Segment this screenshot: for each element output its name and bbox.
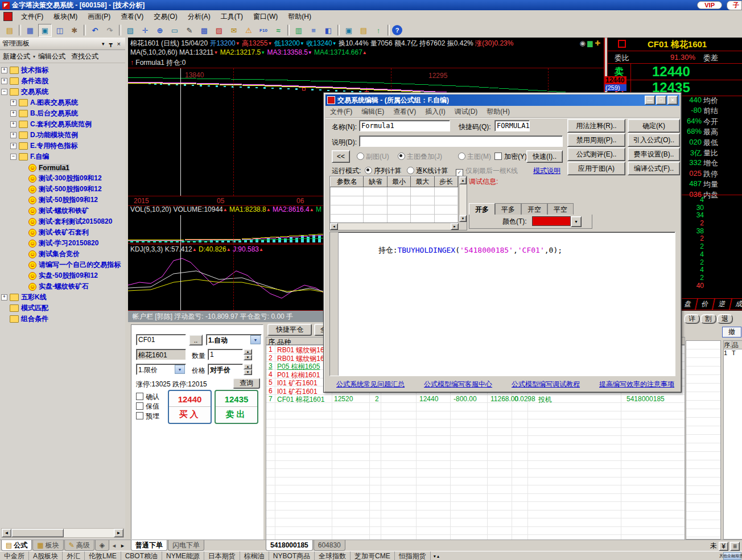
tree-item[interactable]: ☺ 测试-50股指09和12: [1, 195, 124, 205]
tree-expander-icon[interactable]: [10, 132, 17, 138]
close-panel-icon[interactable]: [618, 40, 626, 48]
param-header[interactable]: 最小: [387, 177, 410, 187]
tree-item[interactable]: ☺ 测试集合竞价: [1, 249, 124, 260]
tree-item[interactable]: ☺ 实盘-50股指09和12: [1, 270, 124, 281]
tree-item[interactable]: ☺ 测试-学习20150820: [1, 238, 124, 249]
query-button[interactable]: 查询: [233, 378, 260, 389]
tree-expander-icon[interactable]: [1, 294, 7, 300]
browse-button[interactable]: ..: [189, 335, 203, 345]
folder-icon[interactable]: ▤: [357, 24, 370, 37]
confirm-checkbox[interactable]: 确认: [136, 392, 159, 402]
chevron-down-icon[interactable]: ▼: [250, 335, 261, 344]
edit-formula-icon[interactable]: ✎: [183, 24, 196, 37]
split-button[interactable]: 割: [700, 314, 716, 324]
send-icon[interactable]: ✉: [227, 24, 241, 37]
market-tab[interactable]: 外汇: [63, 551, 85, 560]
price-input[interactable]: 对手价: [208, 364, 243, 375]
minimize-icon[interactable]: —: [645, 96, 655, 105]
menu-item[interactable]: 查看(V): [116, 10, 149, 23]
market-tab[interactable]: 棕榈油: [240, 551, 269, 560]
param-header[interactable]: 参数名: [331, 177, 364, 187]
tools-icon[interactable]: ✱: [68, 24, 81, 37]
tree-item[interactable]: ☺ D.功能模块范例: [1, 130, 124, 141]
tree-item[interactable]: ☺ 测试-500股指09和12: [1, 184, 124, 195]
menu-item[interactable]: 文件(F): [16, 10, 48, 23]
scroll-right-icon[interactable]: ►: [114, 529, 123, 537]
find-formula-button[interactable]: 查找公式: [68, 51, 101, 63]
tree-item[interactable]: ☺ 五彩K线: [1, 292, 124, 303]
trend-icon[interactable]: ▨: [212, 24, 226, 37]
account-tab[interactable]: 604830: [314, 540, 345, 551]
undo-icon[interactable]: ↶: [88, 24, 102, 37]
sidebar-bottom-tab[interactable]: ✎高级: [64, 540, 94, 551]
mainchart-radio[interactable]: 主图(M): [458, 152, 491, 162]
help-link[interactable]: 提高编写效率的注意事项: [599, 380, 674, 389]
market-scroll-icons[interactable]: ▾ ▴: [431, 554, 442, 559]
preset-checkbox[interactable]: 预埋: [136, 411, 159, 421]
sidebar-h-scrollbar[interactable]: ◄ ►: [1, 528, 124, 538]
gift-icon[interactable]: ▆: [587, 39, 592, 47]
menu-item[interactable]: 帮助(H): [283, 10, 316, 23]
market-tab[interactable]: NYBOT商品: [269, 551, 315, 560]
dialog-menu-item[interactable]: 帮助(H): [482, 106, 514, 118]
market-tab[interactable]: 日本期货: [204, 551, 240, 560]
close-icon[interactable]: ✕: [667, 96, 678, 105]
tree-expander-icon[interactable]: [1, 67, 7, 73]
collapse-button[interactable]: <<: [332, 150, 350, 163]
tree-expander-icon[interactable]: [10, 121, 17, 127]
signal-tab[interactable]: 平多: [495, 203, 521, 216]
scroll-left-icon[interactable]: ◄: [2, 529, 11, 537]
chart-window-icon[interactable]: ▣: [38, 24, 52, 37]
wave-icon[interactable]: ≈: [271, 24, 285, 37]
order-mode-tab[interactable]: 普通下单: [131, 540, 167, 551]
quick-close-button[interactable]: 快捷平仓: [267, 324, 312, 336]
quantity-stepper[interactable]: ▲▼: [244, 349, 252, 360]
market-tab[interactable]: 中金所: [0, 551, 29, 560]
account-tab[interactable]: 5418000185: [266, 540, 313, 551]
perbar-calc-radio[interactable]: 逐K线计算: [407, 166, 448, 176]
move-icon[interactable]: ✛: [138, 24, 152, 37]
tree-expander-icon[interactable]: [10, 143, 17, 149]
pin-icon[interactable]: ✚: [595, 39, 600, 47]
separator[interactable]: [337, 24, 340, 36]
formula-name-input[interactable]: Formula1: [359, 120, 450, 131]
disable-period-button[interactable]: 禁用周期(P)..: [567, 133, 625, 147]
panel-icon[interactable]: ◧: [321, 24, 335, 37]
refresh-last-checkbox[interactable]: ✓仅刷最后一根K线: [456, 166, 518, 176]
tree-item[interactable]: ☺ 测试-铁矿石套利: [1, 227, 124, 238]
separator[interactable]: [19, 24, 21, 36]
overlay-radio[interactable]: 主图叠加(J): [398, 152, 442, 162]
quantity-input[interactable]: 1: [208, 349, 243, 360]
menu-item[interactable]: 板块(M): [48, 10, 83, 23]
market-tab[interactable]: A股板块: [29, 551, 63, 560]
encrypt-checkbox[interactable]: 加密(Y): [494, 152, 527, 162]
market-tab[interactable]: 伦敦LME: [85, 551, 121, 560]
signal-tab[interactable]: 开多: [469, 203, 495, 216]
cancel-order-button[interactable]: 撤: [722, 327, 741, 337]
menu-item[interactable]: 工具(T): [216, 10, 248, 23]
redo-icon[interactable]: ↷: [103, 24, 117, 37]
fee-settings-button[interactable]: 费率设置(B)..: [628, 147, 680, 161]
zoom-icon[interactable]: ⊕: [153, 24, 167, 37]
mode-select[interactable]: 1.自动▼: [206, 334, 262, 345]
mode-help-link[interactable]: 模式说明: [533, 166, 560, 176]
return-button[interactable]: 退: [717, 314, 733, 324]
new-formula-button[interactable]: 新建公式: [0, 51, 33, 63]
help-link[interactable]: 公式模型编写调试教程: [512, 380, 580, 389]
tree-expander-icon[interactable]: [1, 78, 7, 84]
kline-icon[interactable]: ▥: [292, 24, 306, 37]
sell-button[interactable]: 12435 卖出: [215, 390, 258, 424]
dialog-title-bar[interactable]: 交易系统编辑 - (所属公式组：F.自编) — □ ✕: [325, 94, 679, 106]
tree-item[interactable]: ☺ 测试-螺纹和铁矿: [1, 205, 124, 216]
code-editor[interactable]: 持仓:TBUYHOLDINGEX('5418000185','CF01',0);: [329, 232, 675, 376]
sidebar-bottom-tab[interactable]: ▤公式: [1, 540, 32, 551]
tree-item[interactable]: ☺ 实盘-螺纹铁矿石: [1, 281, 124, 292]
chevron-down-icon[interactable]: ▼: [175, 365, 185, 374]
hedge-checkbox[interactable]: 保值: [136, 402, 159, 411]
price-stepper[interactable]: ▲▼: [244, 364, 252, 375]
scroll-thumb[interactable]: [11, 529, 64, 537]
param-header[interactable]: 缺省: [364, 177, 387, 187]
market-tab[interactable]: 芝加哥CME: [351, 551, 395, 560]
tree-expander-icon[interactable]: [1, 89, 7, 95]
price-type-select[interactable]: 1.限价▼: [136, 364, 186, 375]
